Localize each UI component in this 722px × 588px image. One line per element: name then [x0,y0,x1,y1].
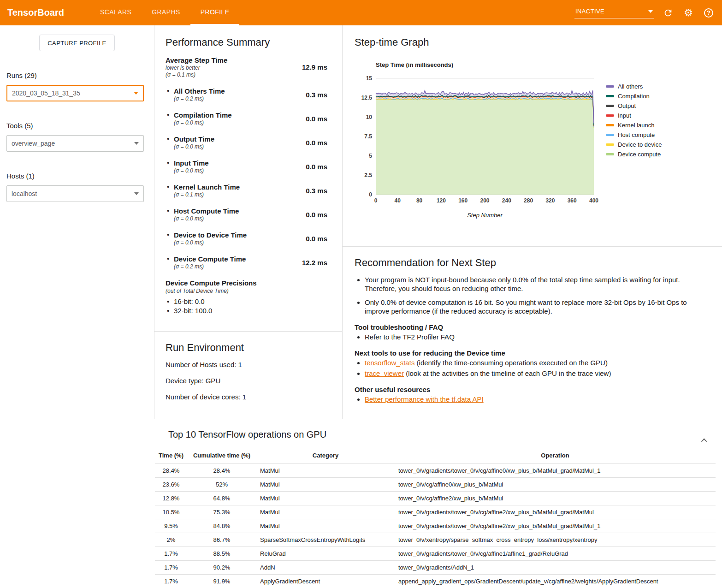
column-header: Operation [395,447,716,464]
table-cell: 28.4% [155,464,187,478]
table-cell: 28.4% [187,464,256,478]
table-cell: 64.8% [187,492,256,505]
nav-tabs: SCALARS GRAPHS PROFILE [90,0,239,25]
metric-sigma: (σ = 0.2 ms) [174,95,297,102]
recommendation-link[interactable]: Better performance with the tf.data API [365,395,484,403]
column-header: Time (%) [155,447,187,464]
help-icon[interactable]: ? [703,7,715,19]
metric-name: Device to Device Time [174,231,297,239]
table-cell: MatMul [256,492,395,505]
run-environment-section: Run Environment Number of Hosts used: 1D… [154,332,342,419]
metric-name: Input Time [174,159,297,167]
collapse-button[interactable] [699,435,710,446]
table-cell: 12.8% [155,492,187,505]
table-cell: MatMul [256,478,395,492]
recommendation-link[interactable]: trace_viewer [365,369,404,377]
topbar-actions: INACTIVE ⚙ ? [574,0,715,25]
recommendation-text: (identify the time-consuming operations … [414,359,608,367]
table-cell: ApplyGradientDescent [256,575,395,588]
chevron-down-icon [648,10,653,13]
app-title: TensorBoard [7,0,64,25]
metric-sigma: (σ = 0.1 ms) [166,71,297,78]
refresh-icon[interactable] [662,7,674,19]
recommendation-link[interactable]: tensorflow_stats [365,359,414,367]
table-cell: tower_0/v/cg/affine2/xw_plus_b/MatMul [395,492,716,505]
chart-main: Step Time (in milliseconds) 02.557.51012… [355,61,600,219]
table-row: 9.5%84.8%MatMultower_0/v/gradients/tower… [155,519,716,533]
sidebar: CAPTURE PROFILE Runs (29) 2020_03_05_18_… [0,25,154,588]
table-cell: 75.3% [187,505,256,519]
table-row: 1.7%90.2%AddNtower_0/v/gradients/AddN_1 [155,561,716,575]
run-env-line: Number of device cores: 1 [166,392,331,401]
table-cell: MatMul [256,519,395,533]
metric-value: 0.3 ms [297,91,327,99]
perf-summary-item: Kernel Launch Time(σ = 0.1 ms)0.3 ms [166,183,335,198]
metric-name: Average Step Time [166,56,297,65]
runs-label: Runs (29) [6,71,154,79]
recommendation-subsections: Tool troubleshooting / FAQRefer to the T… [355,323,710,404]
perf-summary-item: Device to Device Time(σ = 0.0 ms)0.0 ms [166,231,335,246]
graph-column: Step-time Graph Step Time (in millisecon… [343,25,722,419]
svg-text:0: 0 [369,191,372,198]
precisions-list: 16-bit: 0.032-bit: 100.0 [166,297,335,315]
metric-label-group: Output Time(σ = 0.0 ms) [166,135,297,150]
svg-text:280: 280 [524,197,533,204]
tools-select[interactable]: overview_page [6,135,144,152]
legend-label: Compilation [618,93,650,100]
chevron-down-icon [134,92,138,95]
table-cell: tower_0/v/cg/affine0/xw_plus_b/MatMul [395,478,716,492]
metric-label-group: Device to Device Time(σ = 0.0 ms) [166,231,297,246]
perf-summary-item: Host Compute Time(σ = 0.0 ms)0.0 ms [166,207,335,222]
table-cell: 1.7% [155,575,187,588]
legend-item: All others [606,82,662,91]
recommendation-bullet: Only 0.0% of device computation is 16 bi… [365,298,710,315]
step-time-chart: 02.557.51012.515040801201602002402803203… [355,74,600,207]
table-cell: tower_0/v/gradients/tower_0/v/cg/affine1… [395,547,716,561]
chevron-down-icon [134,142,139,145]
hosts-label: Hosts (1) [6,172,154,180]
metric-label-group: Average Step Time lower is better (σ = 0… [166,56,297,78]
table-cell: tower_0/v/gradients/tower_0/v/cg/affine2… [395,505,716,519]
svg-text:120: 120 [437,197,446,204]
chevron-down-icon [134,192,139,195]
run-environment-lines: Number of Hosts used: 1Device type: GPUN… [166,360,331,401]
metric-label-group: All Others Time(σ = 0.2 ms) [166,87,297,102]
legend-item: Host compute [606,130,662,140]
svg-text:2.5: 2.5 [364,172,372,178]
recommendation-sublist: Refer to the TF2 Profiler FAQ [355,333,710,341]
precisions-title: Device Compute Precisions [166,279,335,287]
table-cell: AddN [256,561,395,575]
legend-label: All others [618,83,643,90]
legend-swatch [606,95,614,97]
tab-scalars[interactable]: SCALARS [90,0,142,25]
table-cell: tower_0/v/gradients/tower_0/v/cg/affine2… [395,519,716,533]
recommendation-text: Refer to the TF2 Profiler FAQ [365,333,455,341]
recommendation-heading: Next tools to use for reducing the Devic… [355,349,710,357]
tab-graphs[interactable]: GRAPHS [142,0,190,25]
chevron-up-icon [701,438,707,444]
table-cell: MatMul [256,505,395,519]
run-environment-title: Run Environment [166,342,331,354]
status-select[interactable]: INACTIVE [574,7,654,18]
legend-item: Device to device [606,140,662,149]
table-row: 2%86.7%SparseSoftmaxCrossEntropyWithLogi… [155,533,716,547]
perf-summary-item: Compilation Time(σ = 0.0 ms)0.0 ms [166,111,335,126]
capture-profile-button[interactable]: CAPTURE PROFILE [39,35,115,51]
legend-label: Output [618,102,636,109]
table-cell: 88.5% [187,547,256,561]
table-cell: 10.5% [155,505,187,519]
legend-item: Kernel launch [606,120,662,130]
metric-label-group: Host Compute Time(σ = 0.0 ms) [166,207,297,222]
run-env-line: Device type: GPU [166,376,331,385]
tab-profile[interactable]: PROFILE [190,0,240,25]
recommendation-sublist: Better performance with the tf.data API [355,395,710,404]
metric-sigma: (σ = 0.0 ms) [174,143,297,150]
settings-icon[interactable]: ⚙ [682,7,694,19]
table-row: 23.6%52%MatMultower_0/v/cg/affine0/xw_pl… [155,478,716,492]
device-compute-precisions: Device Compute Precisions (out of Total … [166,279,335,315]
legend-item: Device compute [606,149,662,159]
legend-label: Device compute [618,151,661,158]
hosts-select[interactable]: localhost [6,185,144,202]
runs-select[interactable]: 2020_03_05_18_31_35 [6,85,144,101]
svg-text:320: 320 [545,197,555,204]
